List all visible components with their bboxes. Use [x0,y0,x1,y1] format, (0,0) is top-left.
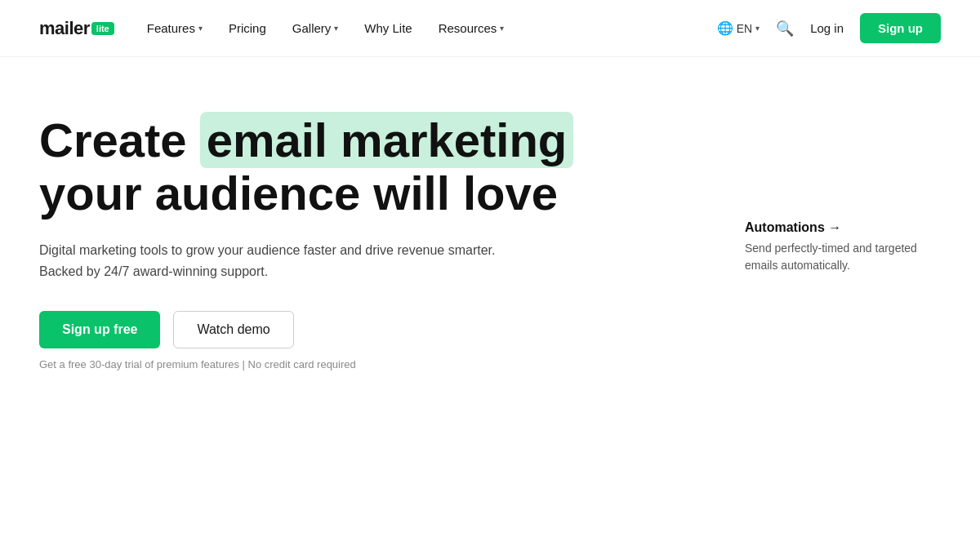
hero-title-highlight: email marketing [200,112,574,168]
nav-links: Features ▾ Pricing Gallery ▾ Why Lite [147,21,505,35]
chevron-down-icon: ▾ [755,24,760,33]
lang-label: EN [737,22,752,35]
hero-subtitle: Digital marketing tools to grow your aud… [39,240,529,282]
nav-link-features[interactable]: Features ▾ [147,21,203,35]
navbar-left: mailerlite Features ▾ Pricing Gallery ▾ [39,18,504,39]
nav-link-pricing[interactable]: Pricing [229,21,266,35]
login-button[interactable]: Log in [810,21,844,35]
search-button[interactable]: 🔍 [776,20,794,38]
chevron-down-icon: ▾ [198,24,203,33]
chevron-down-icon: ▾ [500,24,504,33]
nav-link-gallery[interactable]: Gallery ▾ [292,21,339,35]
navbar: mailerlite Features ▾ Pricing Gallery ▾ [0,0,980,57]
signup-button[interactable]: Sign up [860,13,941,43]
logo-badge: lite [91,22,114,35]
nav-item-gallery[interactable]: Gallery ▾ [292,21,339,35]
watch-demo-button[interactable]: Watch demo [173,311,293,348]
hero-buttons: Sign up free Watch demo [39,311,941,348]
automations-title[interactable]: Automations → [745,220,941,235]
hero-title-plain: Create [39,113,200,166]
nav-item-features[interactable]: Features ▾ [147,21,203,35]
nav-link-resources[interactable]: Resources ▾ [439,21,505,35]
chevron-down-icon: ▾ [334,24,338,33]
logo[interactable]: mailerlite [39,18,114,39]
hero-title: Create email marketing your audience wil… [39,114,611,220]
hero-section: Create email marketing your audience wil… [0,57,980,403]
logo-text: mailer [39,18,90,39]
nav-link-whylite[interactable]: Why Lite [364,21,412,35]
nav-item-resources[interactable]: Resources ▾ [439,21,505,35]
search-icon: 🔍 [776,20,794,38]
automations-description: Send perfectly-timed and targeted emails… [745,240,941,274]
navbar-right: 🌐 EN ▾ 🔍 Log in Sign up [717,13,941,43]
signup-free-button[interactable]: Sign up free [39,311,160,348]
globe-icon: 🌐 [717,20,733,36]
hero-title-line2: your audience will love [39,166,558,220]
nav-item-pricing[interactable]: Pricing [229,21,266,35]
automations-title-text: Automations → [745,220,841,235]
automations-card: Automations → Send perfectly-timed and t… [745,220,941,274]
nav-item-whylite[interactable]: Why Lite [364,21,412,35]
language-selector[interactable]: 🌐 EN ▾ [717,20,760,36]
hero-note: Get a free 30-day trial of premium featu… [39,358,941,370]
